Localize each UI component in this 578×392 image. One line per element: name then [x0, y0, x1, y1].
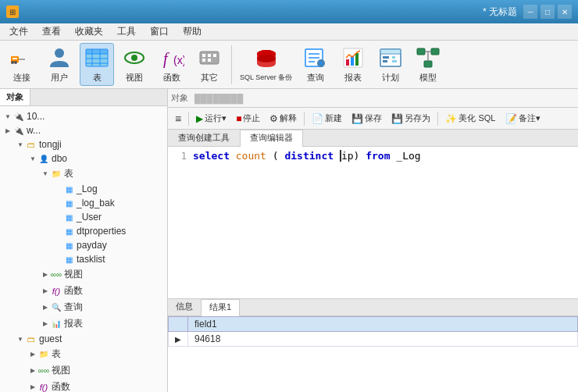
gfolder-views-toggle[interactable]: ▶: [28, 366, 37, 376]
obj-bar-blur: ████████: [194, 94, 243, 103]
conn1-toggle[interactable]: ▼: [3, 112, 12, 121]
report-icon: [341, 45, 366, 70]
gfolder-tables-icon: 📁: [37, 349, 50, 360]
save-button[interactable]: 💾 保存: [348, 110, 386, 127]
svg-point-3: [11, 61, 14, 64]
menu-favorites[interactable]: 收藏夹: [69, 23, 109, 40]
tree-tbl-dtproperties[interactable]: ▦ dtproperties: [0, 224, 167, 238]
tree-gfolder-views[interactable]: ▶ ∞∞ 视图: [0, 362, 167, 379]
folder-reports-toggle[interactable]: ▶: [41, 319, 50, 329]
beautify-icon: ✨: [445, 113, 457, 124]
tab-info[interactable]: 信息: [168, 299, 201, 315]
db-tongji-toggle[interactable]: ▼: [16, 140, 25, 149]
toolbar-model[interactable]: 模型: [411, 44, 445, 85]
main-toolbar: 连接 用户 表: [0, 41, 578, 89]
stop-button[interactable]: ■ 停止: [232, 110, 264, 127]
tree-tbl-user[interactable]: ▦ _User: [0, 210, 167, 224]
query-tabs: 查询创建工具 查询编辑器: [168, 130, 578, 147]
tree-db-tongji[interactable]: ▼ 🗃 tongji: [0, 137, 167, 151]
close-button[interactable]: ✕: [558, 5, 572, 19]
svg-rect-42: [417, 48, 425, 55]
sql-editor[interactable]: 1 select count ( distinct ip) from _Log: [168, 147, 578, 298]
gfolder-funcs-toggle[interactable]: ▶: [28, 383, 37, 392]
gfolder-tables-toggle[interactable]: ▶: [28, 350, 37, 359]
tab-query-create[interactable]: 查询创建工具: [168, 130, 240, 146]
toolbar-func[interactable]: f (x) 函数: [155, 44, 189, 85]
folder-tables-toggle[interactable]: ▼: [41, 169, 50, 179]
left-tab-object[interactable]: 对象: [0, 89, 30, 105]
tree-folder-tables[interactable]: ▼ 📁 表: [0, 166, 167, 182]
tree-gfolder-tables[interactable]: ▶ 📁 表: [0, 346, 167, 362]
tree-tbl-log[interactable]: ▦ _Log: [0, 182, 167, 196]
svg-rect-38: [383, 60, 387, 62]
db-tongji-icon: 🗃: [25, 139, 37, 150]
line-content-1[interactable]: select count ( distinct ip) from _Log: [193, 150, 575, 162]
toolbar-other[interactable]: 其它: [192, 44, 227, 85]
tree-conn2[interactable]: ▶ 🔌 w...: [0, 123, 167, 137]
toolbar-view[interactable]: 视图: [117, 44, 152, 85]
tree-folder-queries[interactable]: ▶ 🔍 查询: [0, 299, 167, 315]
run-label: 运行▾: [205, 112, 227, 124]
tree-folder-reports[interactable]: ▶ 📊 报表: [0, 315, 167, 332]
new-button[interactable]: 📄 新建: [308, 110, 346, 127]
tree-schema-dbo[interactable]: ▼ 👤 dbo: [0, 151, 167, 166]
hamburger-btn[interactable]: ≡: [171, 110, 185, 127]
tab-info-label: 信息: [176, 301, 193, 311]
menu-view[interactable]: 查看: [36, 23, 67, 40]
explain-button[interactable]: ⚙ 解释: [266, 110, 301, 127]
new-label: 新建: [325, 112, 342, 124]
minimize-button[interactable]: ─: [523, 5, 537, 19]
schema-dbo-toggle[interactable]: ▼: [28, 154, 37, 163]
db-guest-icon: 🗃: [25, 333, 37, 344]
tree-folder-views[interactable]: ▶ ∞∞ 视图: [0, 266, 167, 283]
svg-point-13: [131, 55, 137, 61]
note-button[interactable]: 📝 备注▾: [501, 110, 544, 127]
menu-help[interactable]: 帮助: [177, 23, 208, 40]
toolbar-table[interactable]: 表: [80, 43, 114, 86]
tab-result1[interactable]: 结果1: [201, 299, 240, 316]
toolbar-query[interactable]: 查询: [298, 44, 333, 85]
tab-create-label: 查询创建工具: [178, 133, 230, 142]
svg-rect-37: [383, 56, 389, 59]
toolbar-report[interactable]: 报表: [336, 44, 370, 85]
menu-file[interactable]: 文件: [3, 23, 34, 40]
folder-views-toggle[interactable]: ▶: [41, 270, 50, 280]
toolbar-sqlserver[interactable]: SQL Server 备份: [237, 45, 295, 84]
tab-query-editor[interactable]: 查询编辑器: [240, 130, 303, 147]
tree-tbl-payday[interactable]: ▦ payday: [0, 238, 167, 252]
kw-from: from: [366, 150, 390, 162]
tree-db-guest[interactable]: ▼ 🗃 guest: [0, 332, 167, 346]
tbl-tasklist-label: tasklist: [77, 254, 105, 265]
tree-folder-funcs[interactable]: ▶ f() 函数: [0, 283, 167, 299]
gfolder-funcs-label: 函数: [52, 380, 70, 392]
stop-label: 停止: [243, 112, 260, 124]
tree-gfolder-funcs[interactable]: ▶ f() 函数: [0, 379, 167, 392]
toolbar-plan[interactable]: 计划: [373, 44, 408, 85]
run-button[interactable]: ▶ 运行▾: [192, 110, 230, 127]
folder-queries-toggle[interactable]: ▶: [41, 303, 50, 312]
menu-tools[interactable]: 工具: [111, 23, 142, 40]
paren1: (: [273, 150, 279, 162]
toolbar-connect-label: 连接: [13, 72, 30, 84]
folder-funcs-toggle[interactable]: ▶: [41, 287, 50, 296]
tree-tbl-tasklist[interactable]: ▦ tasklist: [0, 252, 167, 266]
saveas-button[interactable]: 💾 另存为: [387, 110, 434, 127]
toolbar-other-label: 其它: [201, 72, 218, 84]
toolbar-sep-1: [231, 45, 232, 84]
tree-tbl-log-bak[interactable]: ▦ _log_bak: [0, 196, 167, 210]
explain-label: 解释: [280, 112, 297, 124]
beautify-button[interactable]: ✨ 美化 SQL: [441, 110, 499, 127]
sqlserver-icon: [254, 46, 279, 71]
content-area: 对象 ▼ 🔌 10... ▶ 🔌 w... ▼ 🗃: [0, 89, 578, 392]
kw-distinct: distinct: [284, 150, 334, 162]
window-controls[interactable]: ─ □ ✕: [523, 5, 572, 19]
conn2-toggle[interactable]: ▶: [3, 126, 12, 135]
toolbar-connect[interactable]: 连接: [5, 44, 39, 85]
maximize-button[interactable]: □: [541, 5, 555, 19]
folder-tables-icon: 📁: [50, 169, 62, 180]
tree-conn1[interactable]: ▼ 🔌 10...: [0, 109, 167, 123]
toolbar-user[interactable]: 用户: [42, 44, 77, 85]
schema-dbo-label: dbo: [52, 153, 67, 164]
db-guest-toggle[interactable]: ▼: [16, 334, 25, 344]
menu-window[interactable]: 窗口: [144, 23, 175, 40]
